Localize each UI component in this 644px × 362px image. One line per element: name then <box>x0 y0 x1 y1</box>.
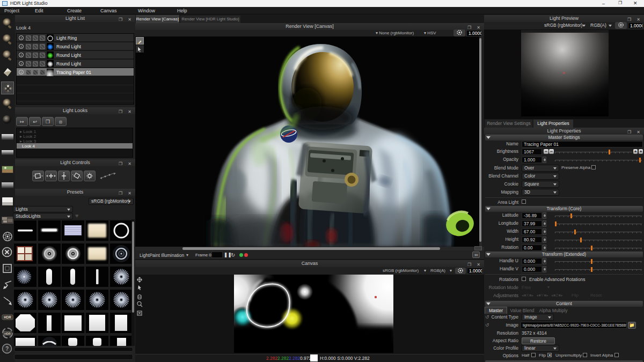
svg-text:?: ? <box>5 346 9 352</box>
svg-text:HDR: HDR <box>4 332 11 335</box>
svg-text:HDR: HDR <box>4 315 11 319</box>
